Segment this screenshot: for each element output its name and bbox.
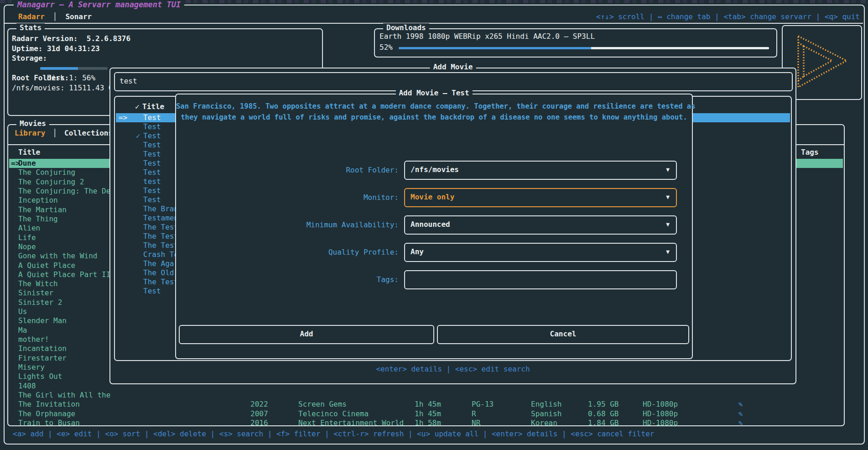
form-row: Monitor:Movie only▼ bbox=[176, 188, 692, 207]
stats-panel-title: Stats bbox=[16, 23, 45, 32]
pencil-icon: ✎ bbox=[738, 400, 743, 409]
tab-library[interactable]: Library bbox=[13, 129, 47, 137]
uptime: Uptime: 31d 04:31:23 bbox=[8, 44, 322, 54]
disk-usage-gauge bbox=[40, 67, 108, 70]
add-button[interactable]: Add bbox=[179, 325, 434, 344]
movie-title: Us bbox=[18, 307, 27, 316]
form-row: Minimum Availability:Announced▼ bbox=[176, 215, 692, 235]
add-movie-modal: Add Movie – Test San Francisco, 1985. Tw… bbox=[175, 94, 693, 359]
movie-title: 1408 bbox=[18, 382, 36, 391]
movie-language: Korean bbox=[531, 419, 557, 428]
movie-title: The Invitation bbox=[18, 400, 80, 409]
result-title: Crash Te bbox=[143, 250, 178, 259]
result-title: Test bbox=[143, 141, 161, 150]
field-input[interactable] bbox=[404, 270, 677, 289]
result-title: The Bran bbox=[143, 204, 178, 214]
tab-radarr[interactable]: Radarr bbox=[16, 12, 47, 21]
movie-title: Dune bbox=[18, 159, 36, 168]
field-label: Root Folder: bbox=[176, 161, 399, 180]
dropdown-arrow-icon: ▼ bbox=[666, 162, 670, 178]
movie-size: 1.95 GB bbox=[588, 400, 619, 409]
result-title: Test bbox=[143, 159, 161, 168]
field-dropdown[interactable]: Movie only▼ bbox=[404, 188, 677, 207]
downloads-panel: Downloads Earth 1998 1080p WEBRip x265 H… bbox=[374, 28, 777, 58]
movie-row[interactable]: Train to Busan2016Next Entertainment Wor… bbox=[9, 419, 843, 428]
result-title: The Test bbox=[143, 241, 178, 250]
result-title: Test bbox=[143, 186, 161, 195]
movie-quality: HD-1080p bbox=[643, 409, 678, 419]
movie-title: The Conjuring 2 bbox=[18, 178, 84, 187]
movie-row[interactable]: The Orphanage2007Telecinco Cinema1h 45mR… bbox=[9, 409, 843, 419]
movie-studio: Telecinco Cinema bbox=[298, 409, 369, 419]
movie-rating: NR bbox=[472, 419, 480, 428]
download-progress-gauge bbox=[399, 47, 769, 49]
movie-quality: HD-1080p bbox=[643, 400, 678, 409]
movie-title: The Martian bbox=[18, 205, 67, 215]
movie-title: Misery bbox=[18, 363, 45, 372]
managarr-app: Managarr – A Servarr management TUI Rada… bbox=[0, 0, 868, 450]
radarr-logo-icon bbox=[788, 31, 854, 92]
movie-title: A Quiet Place bbox=[18, 261, 75, 270]
field-dropdown[interactable]: /nfs/movies▼ bbox=[404, 161, 677, 180]
form-row: Tags: bbox=[176, 270, 692, 289]
result-title: Test bbox=[143, 150, 161, 159]
results-footer-help: <enter> details | <esc> edit search bbox=[110, 365, 795, 373]
movie-title: Firestarter bbox=[18, 354, 67, 363]
movie-rating: PG-13 bbox=[472, 400, 494, 409]
result-title: The Test bbox=[143, 277, 178, 287]
field-dropdown[interactable]: Announced▼ bbox=[404, 215, 677, 235]
results-check-header: ✓ bbox=[135, 102, 140, 111]
movie-row[interactable]: The Girl with All the bbox=[9, 391, 843, 400]
tab-collections[interactable]: Collections bbox=[62, 129, 114, 137]
field-value: /nfs/movies bbox=[411, 162, 459, 178]
search-input-value: test bbox=[120, 73, 137, 89]
result-title: Test bbox=[143, 287, 161, 296]
download-percent: 52% bbox=[379, 43, 393, 52]
movie-language: Spanish bbox=[531, 409, 561, 419]
result-title: The Test bbox=[143, 232, 178, 241]
tab-sonarr[interactable]: Sonarr bbox=[63, 12, 94, 21]
movie-row[interactable]: The Invitation2022Screen Gems1h 45mPG-13… bbox=[9, 400, 843, 409]
cancel-button[interactable]: Cancel bbox=[437, 325, 689, 344]
movie-language: English bbox=[531, 400, 561, 409]
results-title-header: Title bbox=[142, 102, 164, 111]
movie-title: mother! bbox=[18, 335, 49, 344]
movie-size: 0.68 GB bbox=[588, 409, 619, 419]
movie-size: 1.84 GB bbox=[588, 419, 619, 428]
movie-title: Nope bbox=[18, 242, 36, 251]
add-movie-panel-title: Add Movie bbox=[430, 63, 476, 71]
bottom-help-keybindings: <a> add | <e> edit | <o> sort | <del> de… bbox=[13, 429, 654, 438]
movie-year: 2022 bbox=[250, 400, 268, 409]
movie-runtime: 1h 45m bbox=[415, 409, 441, 419]
dropdown-arrow-icon: ▼ bbox=[666, 244, 670, 260]
movie-title: Slender Man bbox=[18, 316, 67, 325]
field-label: Monitor: bbox=[176, 188, 399, 207]
movie-title: The Witch bbox=[18, 279, 58, 288]
movie-studio: Screen Gems bbox=[298, 400, 347, 409]
field-dropdown[interactable]: Any▼ bbox=[404, 243, 677, 262]
dropdown-arrow-icon: ▼ bbox=[666, 189, 670, 205]
movie-runtime: 1h 58m bbox=[415, 419, 441, 428]
column-header-title: Title bbox=[18, 148, 40, 157]
tabbar-separator bbox=[5, 23, 863, 24]
movie-title: The Orphanage bbox=[18, 409, 75, 419]
form-row: Root Folder:/nfs/movies▼ bbox=[176, 161, 692, 180]
movie-title: Alien bbox=[18, 224, 40, 233]
movie-year: 2007 bbox=[250, 409, 268, 419]
servarr-tabbar: Radarr │ Sonarr bbox=[16, 12, 94, 21]
modal-form: Root Folder:/nfs/movies▼Monitor:Movie on… bbox=[176, 94, 692, 358]
result-title: Test bbox=[143, 113, 161, 122]
result-title: test bbox=[143, 177, 161, 186]
field-label: Quality Profile: bbox=[176, 243, 399, 262]
movie-year: 2016 bbox=[250, 419, 268, 428]
movie-title: Sinister 2 bbox=[18, 298, 62, 307]
pencil-icon: ✎ bbox=[738, 419, 743, 428]
column-header-tags: Tags bbox=[801, 148, 819, 157]
field-value: Movie only bbox=[411, 189, 454, 205]
field-value: Announced bbox=[411, 216, 450, 233]
field-label: Tags: bbox=[176, 270, 399, 289]
selected-row-arrow: => bbox=[119, 113, 127, 122]
movies-tab-divider: │ bbox=[52, 129, 57, 137]
result-title: The Aga' bbox=[143, 259, 178, 268]
movie-quality: HD-1080p bbox=[643, 419, 678, 428]
